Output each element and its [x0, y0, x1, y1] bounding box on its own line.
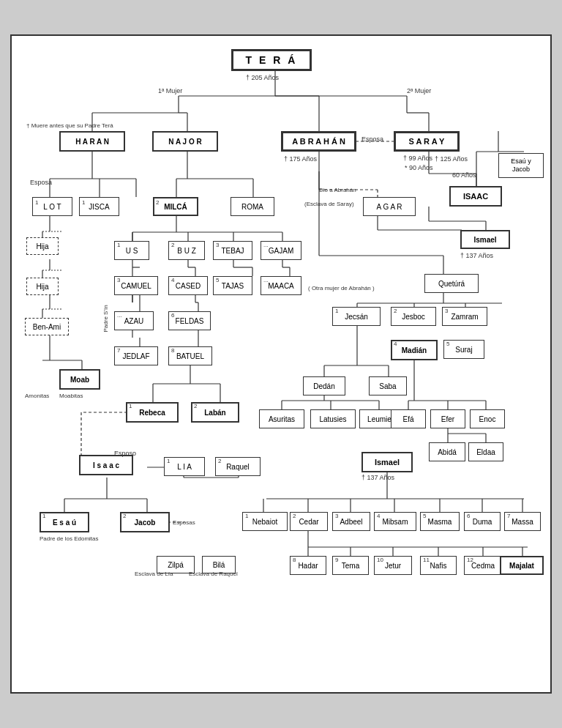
num-lot: 1	[35, 199, 38, 206]
num-cedma: 12	[467, 557, 473, 563]
num-cased: 4	[171, 277, 174, 283]
label-primera-mujer: 1ª Mujer	[158, 87, 182, 94]
node-majalat: Majalat	[500, 556, 544, 575]
tree-container: T E R Á † 205 Años 1ª Mujer 2ª Mujer † M…	[19, 43, 543, 680]
node-efá: Efá	[391, 409, 426, 428]
num-azau: ...	[117, 312, 122, 319]
label-padre: Padre S'ín	[102, 305, 109, 332]
num-buz: 2	[171, 242, 174, 248]
label-dio-abraham: Dio a Abrahán	[319, 187, 356, 193]
label-esposa-saray: Esposa	[361, 135, 383, 143]
node-najor: N A J O R	[152, 131, 218, 152]
label-anos-125: † 125 Años	[435, 155, 468, 163]
num-jetur: 10	[377, 557, 383, 563]
label-esposa-haran: Esposa	[30, 179, 52, 186]
label-esposo-isaac2: Esposo	[114, 450, 136, 457]
num-tebaj: 3	[216, 242, 219, 248]
label-esclava-saray: (Esclava de Saray)	[304, 201, 354, 207]
num-batuel: 8	[171, 347, 174, 354]
num-tajas: 5	[216, 277, 219, 283]
num-camuel: 3	[117, 277, 120, 283]
node-agar: A G A R	[363, 197, 416, 216]
node-efer: Efer	[430, 409, 465, 428]
node-esaujacob: Esaú y Jacob	[498, 153, 544, 178]
num-jesboc: 2	[394, 308, 397, 314]
label-tera-death: † 205 Años	[246, 74, 279, 81]
node-asuritas: Asuritas	[259, 409, 304, 428]
num-adbeel: 3	[335, 513, 338, 519]
num-jacob: 2	[123, 513, 126, 519]
node-camuel: CAMUEL	[114, 276, 158, 295]
num-suraj: 5	[446, 341, 449, 347]
node-milca: MILCÁ	[153, 197, 198, 216]
node-abrahan: A B R A H Á N	[281, 131, 356, 152]
label-137-ismael2: † 137 Años	[361, 474, 394, 481]
node-quetura: Quetúrá	[424, 274, 479, 293]
num-jisca: 1	[82, 199, 85, 206]
label-segunda-mujer: 2ª Mujer	[407, 87, 431, 94]
node-eldaa: Eldaa	[468, 442, 503, 461]
num-nebaiot: 1	[245, 513, 248, 519]
num-jedlaf: 7	[117, 347, 120, 354]
node-rebeca: Rebeca	[126, 402, 179, 423]
node-jesboc: Jesboc	[391, 307, 436, 326]
label-esclava-lia: Esclava de Lía	[135, 571, 173, 577]
label-anos-137-top: † 137 Años	[460, 252, 493, 259]
node-hija2: Hija	[26, 278, 59, 295]
node-latusies: Latusies	[310, 409, 356, 428]
num-gajam: ...	[263, 242, 269, 248]
num-lia: 1	[167, 458, 170, 464]
node-jedlaf: JEDLAF	[114, 346, 158, 365]
num-masma: 5	[423, 513, 426, 519]
node-madian: Madián	[391, 340, 438, 360]
num-raquel: 2	[218, 458, 221, 464]
num-hadar: 8	[293, 557, 296, 563]
label-anos-175: † 175 Años	[284, 155, 317, 163]
num-maaca: ...	[263, 277, 269, 283]
node-zamram: Zamram	[442, 307, 487, 326]
node-isaac: ISAAC	[449, 186, 502, 207]
num-esaú: 1	[42, 513, 45, 519]
label-esclava-raquel: Esclava de Raquel	[189, 571, 238, 577]
page: T E R Á † 205 Años 1ª Mujer 2ª Mujer † M…	[10, 34, 552, 694]
node-ismael2: Ismael	[361, 452, 413, 472]
node-jecsán: Jecsán	[332, 307, 381, 326]
num-us: 1	[117, 242, 120, 248]
node-tera: T E R Á	[231, 49, 312, 71]
label-esposas: Esposas	[173, 519, 195, 526]
node-moab: Moab	[59, 369, 100, 390]
node-batuel: BATUEL	[168, 346, 212, 365]
node-laban: Labán	[191, 402, 239, 423]
num-massa: 7	[507, 513, 510, 519]
num-feldas: 6	[171, 312, 174, 319]
label-padre-edomitas: Padre de los Edomitas	[40, 535, 99, 542]
node-saba: Saba	[369, 376, 407, 395]
num-duma: 6	[467, 513, 470, 519]
num-tema: 9	[335, 557, 338, 563]
node-saray: S A R A Y	[394, 131, 460, 152]
num-madian: 4	[394, 341, 397, 347]
node-roma: ROMA	[231, 197, 274, 216]
label-anos-99: † 99 Años	[403, 155, 432, 162]
num-jecsán: 1	[335, 308, 338, 314]
node-benami: Ben-Ami	[25, 318, 69, 335]
num-milca: 2	[156, 199, 159, 206]
num-laban: 2	[194, 403, 197, 409]
node-dedán: Dedán	[303, 376, 345, 395]
num-rebeca: 1	[129, 403, 132, 409]
node-hija1: Hija	[26, 237, 59, 255]
node-feldas: FELDAS	[168, 311, 211, 330]
label-otra-mujer: ( Otra mujer de Abrahán )	[308, 285, 375, 291]
node-esaú: E s a ú	[40, 512, 89, 532]
node-isaac2: I s a a c	[79, 455, 133, 475]
num-mibsam: 4	[377, 513, 380, 519]
label-moabitas: Moabitas	[59, 393, 83, 399]
label-muere-antes: † Muere antes que su Padre Terá	[26, 122, 113, 129]
node-enoc: Enoc	[470, 409, 505, 428]
num-zamram: 3	[445, 308, 448, 314]
label-anos-90: * 90 Años	[405, 164, 433, 171]
node-haran: H A R A N	[59, 131, 125, 152]
node-jacob: Jacob	[120, 512, 170, 532]
num-nafis: 11	[423, 557, 430, 563]
node-nebaiot: Nebaiot	[242, 512, 288, 531]
